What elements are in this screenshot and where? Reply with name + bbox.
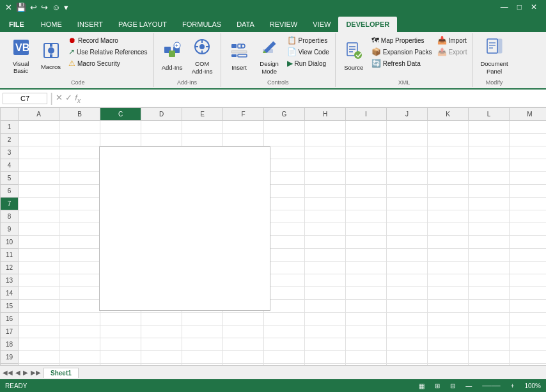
cell-G16[interactable] bbox=[264, 313, 305, 325]
cell-B4[interactable] bbox=[59, 159, 100, 172]
cell-F13[interactable] bbox=[223, 274, 264, 287]
cell-E7[interactable] bbox=[182, 198, 223, 210]
tab-insert[interactable]: INSERT bbox=[70, 17, 111, 32]
cell-B7[interactable] bbox=[59, 198, 100, 210]
cell-G7[interactable] bbox=[264, 198, 305, 210]
cell-L8[interactable] bbox=[469, 210, 510, 223]
document-panel-button[interactable]: DocumentPanel bbox=[477, 35, 511, 78]
cell-H19[interactable] bbox=[305, 351, 346, 364]
export-button[interactable]: 📤 Export bbox=[435, 46, 469, 58]
row-header-11[interactable]: 11 bbox=[1, 249, 19, 262]
cell-A2[interactable] bbox=[19, 134, 59, 146]
cell-M15[interactable] bbox=[510, 300, 547, 313]
cell-H11[interactable] bbox=[305, 249, 346, 262]
cell-L9[interactable] bbox=[469, 223, 510, 236]
cell-L15[interactable] bbox=[469, 300, 510, 313]
cell-H10[interactable] bbox=[305, 236, 346, 249]
col-header-K[interactable]: K bbox=[428, 108, 469, 121]
cell-I5[interactable] bbox=[346, 172, 387, 185]
cell-K19[interactable] bbox=[428, 351, 469, 364]
cell-F3[interactable] bbox=[223, 146, 264, 159]
undo-icon[interactable]: ↩ bbox=[30, 3, 37, 12]
cell-M17[interactable] bbox=[510, 325, 547, 338]
cell-J13[interactable] bbox=[387, 274, 428, 287]
cell-C2[interactable] bbox=[100, 134, 141, 146]
insert-function-icon[interactable]: fx bbox=[75, 93, 81, 104]
cell-H15[interactable] bbox=[305, 300, 346, 313]
cell-G11[interactable] bbox=[264, 249, 305, 262]
cell-D14[interactable] bbox=[141, 287, 182, 300]
cell-E15[interactable] bbox=[182, 300, 223, 313]
cell-E3[interactable] bbox=[182, 146, 223, 159]
cell-B5[interactable] bbox=[59, 172, 100, 185]
cell-H1[interactable] bbox=[305, 121, 346, 134]
col-header-A[interactable]: A bbox=[19, 108, 59, 121]
cell-reference-input[interactable] bbox=[3, 93, 47, 104]
nav-right-icon[interactable]: ▶▶ bbox=[31, 369, 41, 376]
col-header-J[interactable]: J bbox=[387, 108, 428, 121]
cell-I2[interactable] bbox=[346, 134, 387, 146]
cell-C16[interactable] bbox=[100, 313, 141, 325]
cell-C8[interactable] bbox=[100, 210, 141, 223]
cell-D15[interactable] bbox=[141, 300, 182, 313]
cell-M14[interactable] bbox=[510, 287, 547, 300]
cell-A17[interactable] bbox=[19, 325, 59, 338]
cell-E9[interactable] bbox=[182, 223, 223, 236]
cell-L14[interactable] bbox=[469, 287, 510, 300]
cell-H8[interactable] bbox=[305, 210, 346, 223]
cell-M1[interactable] bbox=[510, 121, 547, 134]
cell-D3[interactable] bbox=[141, 146, 182, 159]
cell-D16[interactable] bbox=[141, 313, 182, 325]
cell-H14[interactable] bbox=[305, 287, 346, 300]
cell-K9[interactable] bbox=[428, 223, 469, 236]
confirm-formula-icon[interactable]: ✓ bbox=[65, 93, 72, 104]
col-header-F[interactable]: F bbox=[223, 108, 264, 121]
cell-I4[interactable] bbox=[346, 159, 387, 172]
cell-B17[interactable] bbox=[59, 325, 100, 338]
row-header-18[interactable]: 18 bbox=[1, 338, 19, 351]
cell-K16[interactable] bbox=[428, 313, 469, 325]
cell-I1[interactable] bbox=[346, 121, 387, 134]
cell-G1[interactable] bbox=[264, 121, 305, 134]
view-layout-icon[interactable]: ⊞ bbox=[435, 382, 440, 389]
zoom-slider[interactable]: ──── bbox=[482, 382, 500, 389]
view-normal-icon[interactable]: ▦ bbox=[419, 382, 425, 389]
macros-button[interactable]: Macros bbox=[36, 35, 65, 78]
cell-E4[interactable] bbox=[182, 159, 223, 172]
cell-C5[interactable] bbox=[100, 172, 141, 185]
cell-K8[interactable] bbox=[428, 210, 469, 223]
cell-C7[interactable] bbox=[100, 198, 141, 210]
cell-H7[interactable] bbox=[305, 198, 346, 210]
emoji-icon[interactable]: ☺ bbox=[52, 3, 60, 12]
cell-J20[interactable] bbox=[387, 364, 428, 366]
cell-I8[interactable] bbox=[346, 210, 387, 223]
visual-basic-button[interactable]: VB VisualBasic bbox=[6, 35, 35, 78]
cell-F10[interactable] bbox=[223, 236, 264, 249]
use-relative-references-button[interactable]: ↗ Use Relative References bbox=[66, 46, 150, 58]
cell-D13[interactable] bbox=[141, 274, 182, 287]
cell-F16[interactable] bbox=[223, 313, 264, 325]
map-properties-button[interactable]: 🗺 Map Properties bbox=[370, 35, 434, 46]
cell-C12[interactable] bbox=[100, 262, 141, 274]
cell-M12[interactable] bbox=[510, 262, 547, 274]
cell-C13[interactable] bbox=[100, 274, 141, 287]
cell-J7[interactable] bbox=[387, 198, 428, 210]
cell-L16[interactable] bbox=[469, 313, 510, 325]
cell-A13[interactable] bbox=[19, 274, 59, 287]
col-header-L[interactable]: L bbox=[469, 108, 510, 121]
cell-M10[interactable] bbox=[510, 236, 547, 249]
cell-A11[interactable] bbox=[19, 249, 59, 262]
cell-D17[interactable] bbox=[141, 325, 182, 338]
col-header-G[interactable]: G bbox=[264, 108, 305, 121]
cell-L17[interactable] bbox=[469, 325, 510, 338]
cell-I6[interactable] bbox=[346, 185, 387, 198]
cell-C14[interactable] bbox=[100, 287, 141, 300]
cell-M5[interactable] bbox=[510, 172, 547, 185]
cell-D2[interactable] bbox=[141, 134, 182, 146]
cell-I3[interactable] bbox=[346, 146, 387, 159]
cell-C3[interactable] bbox=[100, 146, 141, 159]
cell-E6[interactable] bbox=[182, 185, 223, 198]
cell-K10[interactable] bbox=[428, 236, 469, 249]
cell-B14[interactable] bbox=[59, 287, 100, 300]
maximize-button[interactable]: □ bbox=[513, 3, 526, 12]
